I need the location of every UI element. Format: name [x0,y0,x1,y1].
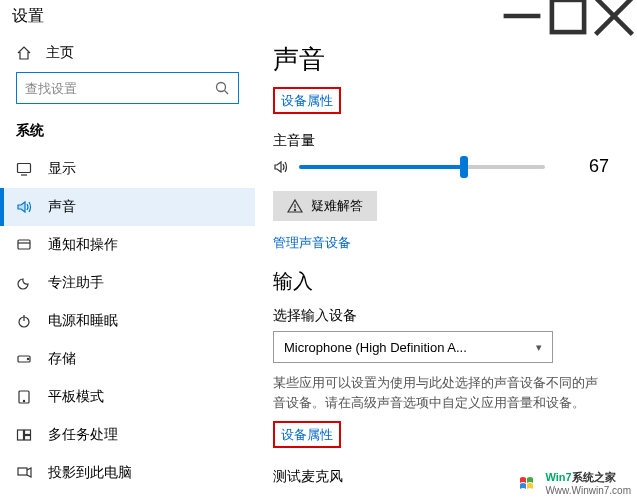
sidebar-item-label: 存储 [48,350,76,368]
warning-icon [287,198,303,214]
svg-rect-8 [18,240,30,249]
chevron-down-icon: ▾ [536,341,542,354]
speaker-icon[interactable] [273,159,289,175]
minimize-button[interactable] [499,0,545,32]
sidebar-item-sound[interactable]: 声音 [0,188,255,226]
power-icon [16,313,32,329]
device-properties-link-2-highlight: 设备属性 [273,421,341,448]
titlebar: 设置 [0,0,637,32]
home-icon [16,45,32,61]
sidebar: 主页 系统 显示 声音 通知和操作 专注助手 [0,32,255,500]
volume-slider-thumb[interactable] [460,156,468,178]
input-help-text: 某些应用可以设置为使用与此处选择的声音设备不同的声音设备。请在高级声音选项中自定… [273,373,609,413]
svg-rect-1 [552,0,584,32]
window-title: 设置 [12,6,44,27]
input-heading: 输入 [273,268,609,295]
input-device-selected: Microphone (High Definition A... [284,340,467,355]
sidebar-item-storage[interactable]: 存储 [0,340,255,378]
sidebar-item-label: 多任务处理 [48,426,118,444]
sidebar-item-label: 专注助手 [48,274,104,292]
sidebar-item-tablet[interactable]: 平板模式 [0,378,255,416]
window-controls [499,0,637,32]
svg-rect-18 [25,436,31,441]
troubleshoot-label: 疑难解答 [311,197,363,215]
volume-slider[interactable] [299,165,545,169]
manage-sound-devices-link[interactable]: 管理声音设备 [273,235,351,250]
svg-rect-19 [18,468,27,475]
svg-line-5 [225,91,229,95]
input-device-dropdown[interactable]: Microphone (High Definition A... ▾ [273,331,553,363]
volume-row: 67 [273,156,609,177]
svg-rect-6 [18,164,31,173]
sidebar-item-multitask[interactable]: 多任务处理 [0,416,255,454]
sidebar-item-label: 显示 [48,160,76,178]
svg-point-15 [23,400,24,401]
search-input[interactable] [16,72,239,104]
page-title: 声音 [273,42,609,77]
svg-point-21 [294,209,295,210]
volume-value: 67 [579,156,609,177]
win-flag-icon [519,474,541,492]
sidebar-home-label: 主页 [46,44,74,62]
sidebar-item-label: 电源和睡眠 [48,312,118,330]
search-field[interactable] [25,81,214,96]
maximize-button[interactable] [545,0,591,32]
sidebar-section-title: 系统 [0,112,255,150]
project-icon [16,465,32,481]
sidebar-item-project[interactable]: 投影到此电脑 [0,454,255,492]
tablet-icon [16,389,32,405]
storage-icon [16,351,32,367]
sidebar-item-label: 平板模式 [48,388,104,406]
device-properties-link-1-highlight: 设备属性 [273,87,341,114]
watermark-brand: Win7 [545,471,571,483]
svg-point-13 [27,358,28,359]
watermark-brand-suffix: 系统之家 [572,471,616,483]
sidebar-item-label: 投影到此电脑 [48,464,132,482]
focus-icon [16,275,32,291]
content: 声音 设备属性 主音量 67 疑难解答 管理声音设备 输入 选择输入设备 Mic… [255,32,637,500]
sidebar-item-power[interactable]: 电源和睡眠 [0,302,255,340]
svg-rect-16 [18,430,24,440]
volume-slider-fill [299,165,464,169]
watermark-url: Www.Winwin7.com [545,485,631,496]
sidebar-item-label: 声音 [48,198,76,216]
sidebar-item-notifications[interactable]: 通知和操作 [0,226,255,264]
choose-input-label: 选择输入设备 [273,307,609,325]
display-icon [16,161,32,177]
multitask-icon [16,427,32,443]
sound-icon [16,199,32,215]
close-button[interactable] [591,0,637,32]
sidebar-home[interactable]: 主页 [0,40,255,72]
watermark: Win7系统之家 Www.Winwin7.com [519,470,631,496]
troubleshoot-button[interactable]: 疑难解答 [273,191,377,221]
master-volume-label: 主音量 [273,132,609,150]
sidebar-nav: 显示 声音 通知和操作 专注助手 电源和睡眠 存储 [0,150,255,492]
svg-rect-17 [25,430,31,435]
notifications-icon [16,237,32,253]
sidebar-item-label: 通知和操作 [48,236,118,254]
search-icon [214,80,230,96]
sidebar-item-focus[interactable]: 专注助手 [0,264,255,302]
device-properties-link-2[interactable]: 设备属性 [281,427,333,442]
sidebar-item-display[interactable]: 显示 [0,150,255,188]
svg-point-4 [217,83,226,92]
device-properties-link-1[interactable]: 设备属性 [281,93,333,108]
